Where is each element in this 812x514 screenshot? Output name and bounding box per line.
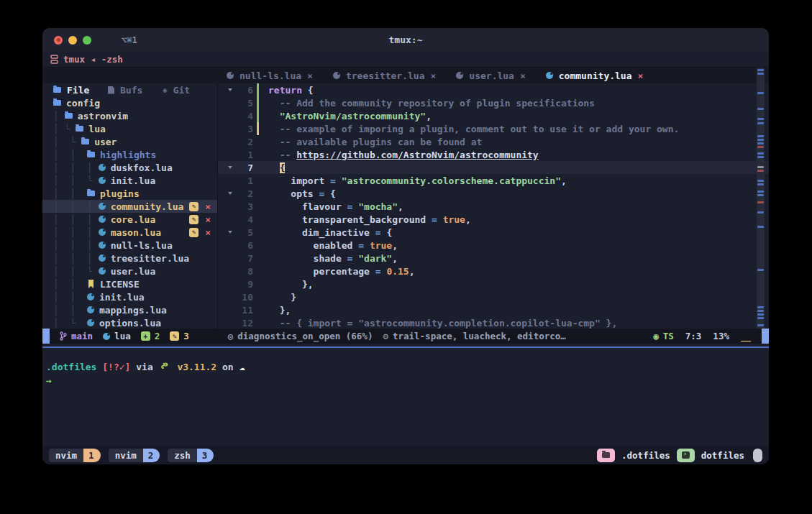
code-line[interactable]: 11 },	[218, 303, 769, 316]
close-icon[interactable]: ×	[307, 70, 313, 81]
code-line[interactable]: 2 opts = {	[218, 187, 769, 200]
buffer-tab-user.lua[interactable]: user.lua×	[456, 70, 525, 81]
git-add-icon: +	[141, 331, 150, 341]
token: {	[302, 85, 314, 96]
tree-item-core.lua[interactable]: │ │ │ core.lua✎×	[42, 213, 217, 226]
unstaged-icon: ×	[205, 227, 211, 238]
git-sign	[253, 96, 263, 109]
unstaged-icon: ×	[205, 214, 211, 225]
token: =	[347, 201, 359, 212]
fold-icon[interactable]	[224, 192, 235, 195]
tree-item-plugins[interactable]: │ │ plugins	[42, 187, 217, 200]
line-number: 3	[235, 201, 253, 212]
buffer-tab-null-ls.lua[interactable]: null-ls.lua×	[227, 70, 313, 81]
tree-guide: │ │ │	[53, 227, 99, 238]
prompt-input-line[interactable]: →	[46, 374, 769, 387]
tree-item-options.lua[interactable]: │ └ options.lua	[42, 316, 217, 329]
code-line[interactable]: 12 -- { import = "astrocommunity.complet…	[218, 316, 769, 329]
buffer-tab-label: community.lua	[559, 70, 632, 81]
fold-icon[interactable]	[224, 88, 235, 91]
scrollbar-mark	[757, 211, 764, 214]
token: "dark"	[358, 253, 392, 264]
scrollbar[interactable]	[757, 68, 765, 329]
tree-item-badges: ✎×	[189, 201, 211, 212]
buffer-tab-community.lua[interactable]: community.lua×	[546, 70, 644, 81]
line-number: 3	[235, 124, 253, 134]
window-controls	[54, 36, 91, 45]
tree-item-community.lua[interactable]: │ │ │ community.lua✎×	[42, 200, 217, 213]
tree-item-highlights[interactable]: │ │ highlights	[42, 148, 217, 161]
lua-file-icon	[87, 293, 94, 300]
code-line[interactable]: 1 -- https://github.com/AstroNvim/astroc…	[218, 148, 769, 161]
code-line[interactable]: 7 shade = "dark",	[218, 252, 769, 265]
code-line[interactable]: 5 dim_inactive = {	[218, 226, 769, 239]
minimize-button[interactable]	[68, 36, 77, 45]
code-line[interactable]: 8 percentage = 0.15,	[218, 265, 769, 277]
code-line[interactable]: 5 -- Add the community repository of plu…	[218, 96, 769, 109]
tree-item-label: null-ls.lua	[111, 240, 173, 251]
treesitter-icon: ◉	[653, 331, 659, 341]
code-line[interactable]: 1 import = "astrocommunity.colorscheme.c…	[218, 174, 769, 187]
tree-item-LICENSE[interactable]: │ │ LICENSE	[42, 277, 217, 290]
cloud-icon: ☁	[240, 360, 245, 374]
code-line[interactable]: 10 }	[218, 290, 769, 303]
tree-item-mappings.lua[interactable]: │ │ mappings.lua	[42, 303, 217, 316]
code-line[interactable]: 3 -- example of imporing a plugin, comme…	[218, 122, 769, 135]
tmux-pane-separator[interactable]	[42, 347, 769, 348]
tmux-window-nvim-2[interactable]: nvim2	[109, 449, 160, 462]
tree-item-duskfox.lua[interactable]: │ │ │ duskfox.lua	[42, 161, 217, 174]
tree-item-config[interactable]: config	[42, 96, 217, 109]
scrollbar-mark	[757, 180, 764, 182]
token: enabled	[268, 240, 358, 251]
code-line[interactable]: 7 {	[218, 161, 769, 174]
sidebar-tab-bufs[interactable]: Bufs	[108, 85, 163, 96]
zoom-button[interactable]	[83, 36, 91, 45]
scrollbar-mark	[757, 135, 764, 137]
tree-item-null-ls.lua[interactable]: │ │ │ null-ls.lua	[42, 239, 217, 252]
code-text: -- Add the community repository of plugi…	[263, 98, 595, 109]
tmux-window-zsh-3[interactable]: zsh3	[168, 449, 214, 462]
code-line[interactable]: 3 flavour = "mocha",	[218, 200, 769, 213]
tmux-window-nvim-1[interactable]: nvim1	[49, 449, 101, 462]
tree-guide: │ │	[53, 305, 87, 316]
git-sign	[253, 174, 263, 187]
sidebar-tab-git[interactable]: ◈Git	[163, 85, 217, 96]
tree-item-label: config	[66, 98, 100, 109]
tree-item-treesitter.lua[interactable]: │ │ │ treesitter.lua	[42, 252, 217, 265]
buffer-tab-treesitter.lua[interactable]: treesitter.lua×	[333, 70, 436, 81]
tree-item-user.lua[interactable]: │ │ └ user.lua	[42, 265, 217, 277]
code-line[interactable]: 2 -- available plugins can be found at	[218, 135, 769, 148]
fold-icon[interactable]	[224, 166, 235, 169]
code-text: import = "astrocommunity.colorscheme.cat…	[263, 175, 567, 186]
code-line[interactable]: 6return {	[218, 83, 769, 96]
tree-item-init.lua[interactable]: │ │ └ init.lua	[42, 174, 217, 187]
code-line[interactable]: 9 },	[218, 277, 769, 290]
tree-item-lua[interactable]: │ └ lua	[42, 122, 217, 135]
scroll-percent: 13%	[713, 331, 729, 341]
lua-file-icon	[99, 216, 106, 223]
tree-guide: │ │ │	[53, 240, 99, 251]
token: {	[280, 162, 286, 173]
terminal-tab[interactable]: tmux ◂ -zsh	[42, 52, 769, 68]
shell-pane[interactable]: .dotfiles [!?✓] via v3.11.2 on ☁ →	[42, 351, 769, 446]
close-icon[interactable]: ×	[431, 70, 437, 81]
tree-item-astronvim[interactable]: │ astronvim	[42, 109, 217, 122]
diff-added: + 2	[141, 331, 160, 341]
close-icon[interactable]: ×	[638, 70, 644, 81]
editor[interactable]: 6return {5 -- Add the community reposito…	[218, 83, 769, 329]
sidebar-tab-file[interactable]: File	[53, 85, 108, 96]
close-icon[interactable]: ×	[520, 70, 526, 81]
tree-item-label: LICENSE	[100, 279, 140, 290]
tree-item-mason.lua[interactable]: │ │ │ mason.lua✎×	[42, 226, 217, 239]
code-line[interactable]: 4 transparent_background = true,	[218, 213, 769, 226]
tree-item-init.lua[interactable]: │ │ init.lua	[42, 290, 217, 303]
code-line[interactable]: 4 "AstroNvim/astrocommunity",	[218, 109, 769, 122]
fold-icon[interactable]	[224, 231, 235, 234]
git-change-icon: ✎	[170, 331, 179, 341]
git-sign	[253, 239, 263, 252]
code-line[interactable]: 6 enabled = true,	[218, 239, 769, 252]
git-sign-add	[257, 96, 259, 109]
close-button[interactable]	[54, 36, 63, 45]
token: ,	[392, 240, 398, 251]
tree-item-user[interactable]: │ └ user	[42, 135, 217, 148]
